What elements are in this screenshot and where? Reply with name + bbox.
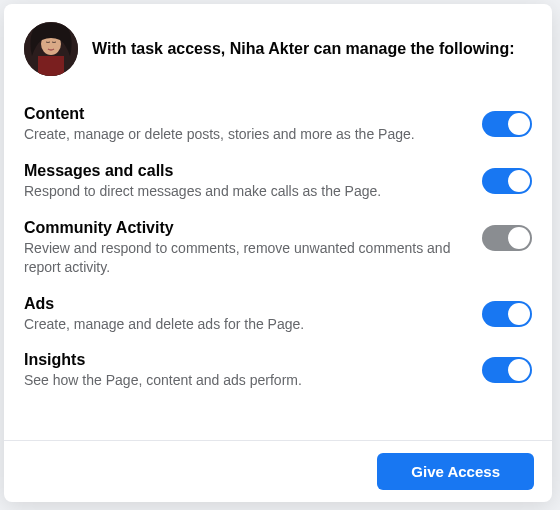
permission-text: Community Activity Review and respond to… xyxy=(24,219,464,277)
permission-row-messages: Messages and calls Respond to direct mes… xyxy=(24,153,532,210)
toggle-ads[interactable] xyxy=(482,301,532,327)
permission-text: Ads Create, manage and delete ads for th… xyxy=(24,295,464,334)
permission-row-insights: Insights See how the Page, content and a… xyxy=(24,342,532,399)
task-access-modal: With task access, Niha Akter can manage … xyxy=(4,4,552,502)
permission-row-ads: Ads Create, manage and delete ads for th… xyxy=(24,286,532,343)
permissions-list: Content Create, manage or delete posts, … xyxy=(4,90,552,440)
user-avatar xyxy=(24,22,78,76)
permission-row-content: Content Create, manage or delete posts, … xyxy=(24,96,532,153)
permission-text: Content Create, manage or delete posts, … xyxy=(24,105,464,144)
give-access-button[interactable]: Give Access xyxy=(377,453,534,490)
permission-title: Ads xyxy=(24,295,464,313)
modal-header: With task access, Niha Akter can manage … xyxy=(4,4,552,90)
toggle-content[interactable] xyxy=(482,111,532,137)
header-title: With task access, Niha Akter can manage … xyxy=(92,40,514,58)
permission-row-community: Community Activity Review and respond to… xyxy=(24,210,532,286)
permission-text: Messages and calls Respond to direct mes… xyxy=(24,162,464,201)
permission-description: Create, manage or delete posts, stories … xyxy=(24,125,464,144)
permission-description: Review and respond to comments, remove u… xyxy=(24,239,464,277)
toggle-messages[interactable] xyxy=(482,168,532,194)
permission-description: Respond to direct messages and make call… xyxy=(24,182,464,201)
permission-description: Create, manage and delete ads for the Pa… xyxy=(24,315,464,334)
svg-rect-2 xyxy=(38,56,64,76)
permission-title: Insights xyxy=(24,351,464,369)
permission-text: Insights See how the Page, content and a… xyxy=(24,351,464,390)
permission-title: Community Activity xyxy=(24,219,464,237)
toggle-insights[interactable] xyxy=(482,357,532,383)
avatar-image xyxy=(24,22,78,76)
permission-description: See how the Page, content and ads perfor… xyxy=(24,371,464,390)
modal-footer: Give Access xyxy=(4,440,552,502)
permission-title: Content xyxy=(24,105,464,123)
toggle-community[interactable] xyxy=(482,225,532,251)
permission-title: Messages and calls xyxy=(24,162,464,180)
